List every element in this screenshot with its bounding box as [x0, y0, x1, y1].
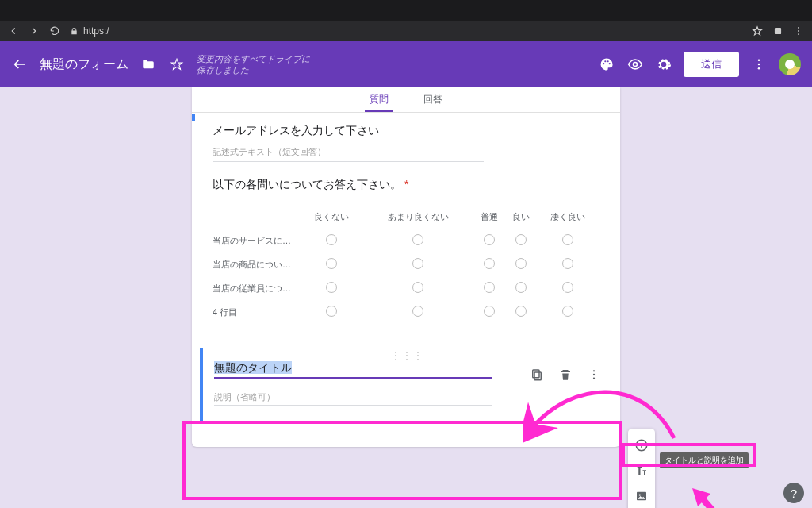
save-status: 変更内容をすべてドライブに 保存しました [197, 53, 310, 76]
radio[interactable] [326, 258, 337, 269]
radio[interactable] [412, 258, 423, 269]
tab-responses[interactable]: 回答 [423, 87, 442, 112]
url-text: https:/ [83, 25, 109, 37]
form-title[interactable]: 無題のフォーム [40, 56, 128, 73]
section-accent [192, 114, 195, 121]
duplicate-icon[interactable] [530, 368, 544, 382]
tooltip: タイトルと説明を追加 [660, 452, 749, 468]
radio[interactable] [562, 282, 573, 293]
add-image-icon[interactable] [634, 489, 649, 503]
radio[interactable] [412, 234, 423, 245]
browser-toolbar: https:/ [0, 21, 812, 41]
tab-questions[interactable]: 質問 [370, 87, 389, 112]
help-fab[interactable]: ? [783, 483, 804, 503]
app-header: 無題のフォーム 変更内容をすべてドライブに 保存しました 送信 [0, 41, 812, 87]
svg-point-15 [593, 374, 595, 375]
star-icon[interactable] [168, 56, 186, 73]
back-icon[interactable] [8, 25, 19, 37]
radio[interactable] [562, 306, 573, 317]
add-title-icon[interactable] [634, 464, 649, 478]
radio[interactable] [562, 258, 573, 269]
grid-row-label: 当店の商品につい… [213, 258, 300, 271]
short-answer-placeholder: 記述式テキスト（短文回答） [213, 146, 484, 162]
question-title: 以下の各問いについてお答え下さい。* [213, 178, 599, 192]
block-tools [530, 368, 601, 382]
svg-point-3 [798, 33, 799, 35]
radio[interactable] [484, 234, 495, 245]
svg-point-11 [758, 67, 760, 70]
grid-col-label: 普通 [473, 211, 505, 223]
radio[interactable] [412, 282, 423, 293]
svg-point-7 [609, 63, 611, 64]
preview-icon[interactable] [626, 56, 644, 73]
floating-toolbox [628, 429, 655, 508]
extensions-icon[interactable] [772, 25, 783, 37]
svg-point-2 [798, 30, 799, 32]
svg-point-10 [758, 64, 760, 66]
browser-tab-strip [0, 0, 812, 21]
radio[interactable] [515, 282, 527, 293]
back-arrow-icon[interactable] [11, 56, 29, 73]
svg-point-9 [758, 59, 760, 61]
svg-point-16 [593, 378, 595, 379]
grid-row: 当店の商品につい… [213, 258, 599, 271]
svg-point-8 [634, 63, 638, 67]
more-icon[interactable] [750, 56, 768, 73]
bookmark-icon[interactable] [752, 25, 763, 37]
radio[interactable] [484, 258, 495, 269]
send-button[interactable]: 送信 [684, 52, 739, 77]
radio[interactable] [515, 234, 527, 245]
grid-row: 当店のサービスに… [213, 234, 599, 247]
svg-rect-13 [533, 370, 539, 378]
svg-point-6 [607, 60, 609, 62]
reload-icon[interactable] [49, 25, 60, 37]
grid-col-label: 良くない [300, 211, 363, 223]
avatar[interactable] [779, 53, 801, 75]
question-email[interactable]: メールアドレスを入力して下さい 記述式テキスト（短文回答） [192, 113, 620, 167]
drag-handle-icon[interactable]: ⋮⋮⋮ [391, 350, 424, 361]
section-desc-input[interactable]: 説明（省略可） [214, 391, 492, 406]
svg-rect-12 [534, 372, 541, 380]
svg-point-5 [604, 60, 606, 62]
menu-icon[interactable] [793, 25, 804, 37]
radio[interactable] [412, 306, 423, 317]
grid-row-label: 当店の従業員につ… [213, 282, 300, 294]
grid-col-label: あまり良くない [363, 211, 473, 223]
grid-table: 良くない あまり良くない 普通 良い 凄く良い 当店のサービスに… 当店の商品に… [213, 200, 599, 329]
svg-point-4 [603, 63, 604, 64]
section-title-input[interactable]: 無題のタイトル [214, 360, 492, 379]
grid-row: 当店の従業員につ… [213, 282, 599, 294]
grid-col-label: 良い [505, 211, 537, 223]
form-card: 質問 回答 メールアドレスを入力して下さい 記述式テキスト（短文回答） 以下の各… [192, 87, 620, 447]
palette-icon[interactable] [598, 56, 615, 73]
svg-point-19 [639, 494, 641, 495]
forward-icon[interactable] [29, 25, 40, 37]
address-bar[interactable]: https:/ [70, 25, 109, 37]
grid-col-label: 凄く良い [536, 211, 599, 223]
radio[interactable] [326, 306, 337, 317]
settings-icon[interactable] [655, 56, 672, 73]
grid-row-label: 当店のサービスに… [213, 234, 300, 247]
svg-point-1 [798, 27, 799, 29]
radio[interactable] [326, 234, 337, 245]
grid-row-label: 4 行目 [213, 306, 300, 318]
title-description-block[interactable]: ⋮⋮⋮ 無題のタイトル 説明（省略可） [200, 348, 612, 423]
radio[interactable] [562, 234, 573, 245]
required-asterisk: * [404, 178, 408, 190]
radio[interactable] [515, 258, 527, 269]
radio[interactable] [326, 282, 337, 293]
radio[interactable] [484, 306, 495, 317]
lock-icon [70, 27, 79, 36]
add-question-icon[interactable] [634, 438, 649, 452]
svg-rect-0 [775, 28, 781, 34]
overflow-icon[interactable] [587, 368, 601, 382]
grid-row: 4 行目 [213, 306, 599, 318]
annotation-arrow-icon [688, 484, 736, 508]
svg-point-14 [593, 370, 595, 371]
folder-icon[interactable] [140, 56, 157, 73]
radio[interactable] [515, 306, 527, 317]
delete-icon[interactable] [558, 368, 573, 382]
radio[interactable] [484, 282, 495, 293]
question-title: メールアドレスを入力して下さい [213, 124, 599, 138]
question-grid[interactable]: 以下の各問いについてお答え下さい。* 良くない あまり良くない 普通 良い 凄く… [192, 167, 620, 334]
